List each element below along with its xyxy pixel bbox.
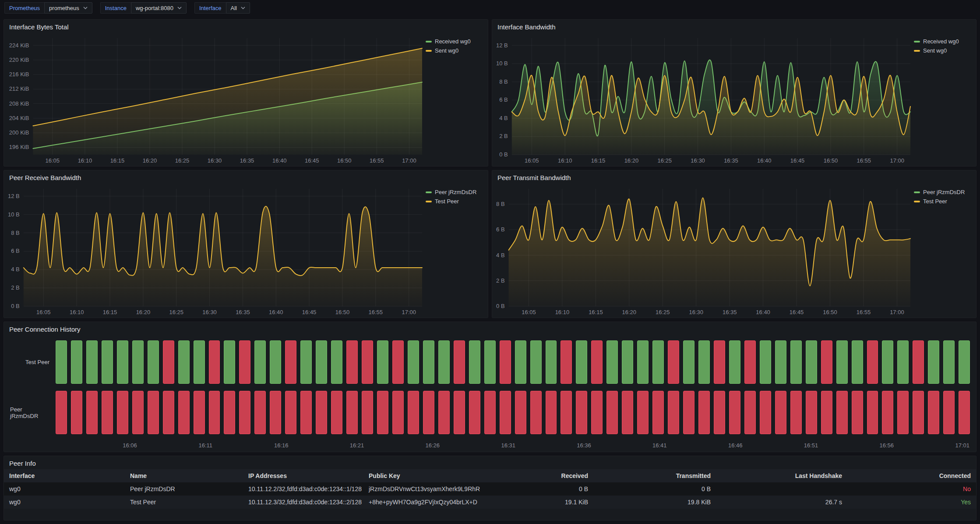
state-bar-disconnected[interactable] [867, 391, 878, 434]
state-bar-disconnected[interactable] [362, 340, 373, 384]
state-bar-disconnected[interactable] [331, 391, 342, 434]
state-bar-connected[interactable] [652, 340, 664, 384]
state-bar-disconnected[interactable] [913, 391, 924, 434]
state-bar-connected[interactable] [102, 340, 113, 384]
column-header[interactable]: IP Addresses [243, 469, 363, 482]
state-bar-disconnected[interactable] [71, 391, 82, 434]
state-bar-disconnected[interactable] [515, 391, 526, 434]
legend-item[interactable]: Received wg0 [426, 38, 484, 45]
state-bar-disconnected[interactable] [209, 340, 220, 384]
state-bar-disconnected[interactable] [392, 391, 404, 434]
state-bar-disconnected[interactable] [117, 391, 128, 434]
state-bar-disconnected[interactable] [254, 391, 266, 434]
state-bar-disconnected[interactable] [194, 391, 205, 434]
panel-header[interactable]: Interface Bytes Total [4, 20, 488, 33]
state-bar-disconnected[interactable] [591, 391, 603, 434]
state-bar-disconnected[interactable] [224, 391, 235, 434]
state-bar-disconnected[interactable] [606, 391, 618, 434]
state-bar-disconnected[interactable] [821, 391, 832, 434]
state-bar-connected[interactable] [622, 340, 633, 384]
panel-header[interactable]: Peer Connection History [4, 322, 976, 335]
state-bar-disconnected[interactable] [698, 391, 710, 434]
variable-select-prometheus[interactable]: prometheus [44, 2, 92, 14]
peer-receive-bandwidth-chart[interactable]: 0 B2 B4 B6 B8 B10 B12 B16:0516:1016:1516… [4, 184, 426, 318]
state-bar-connected[interactable] [698, 340, 710, 384]
peer-connection-history-timeline[interactable]: Test PeerPeer jRzmDsDR16:0616:1116:1616:… [4, 335, 976, 452]
legend-item[interactable]: Peer jRzmDsDR [426, 189, 484, 195]
state-bar-connected[interactable] [178, 340, 190, 384]
state-bar-disconnected[interactable] [775, 391, 786, 434]
state-bar-connected[interactable] [576, 340, 587, 384]
state-bar-connected[interactable] [71, 340, 82, 384]
state-bar-disconnected[interactable] [622, 391, 633, 434]
table-row[interactable]: wg0Test Peer10.11.12.3/32,fdfd:d3ad:c0de… [4, 496, 976, 509]
state-bar-disconnected[interactable] [500, 340, 511, 384]
state-bar-disconnected[interactable] [454, 391, 465, 434]
state-bar-disconnected[interactable] [790, 391, 802, 434]
state-bar-disconnected[interactable] [408, 391, 419, 434]
column-header[interactable]: Connected [847, 469, 976, 482]
state-bar-connected[interactable] [760, 340, 771, 384]
state-bar-disconnected[interactable] [56, 391, 67, 434]
state-bar-disconnected[interactable] [346, 340, 358, 384]
table-row[interactable]: wg0Peer jRzmDsDR10.11.12.2/32,fdfd:d3ad:… [4, 482, 976, 496]
state-bar-connected[interactable] [423, 340, 434, 384]
panel-header[interactable]: Peer Transmit Bandwidth [492, 170, 976, 184]
state-bar-connected[interactable] [683, 340, 694, 384]
state-bar-disconnected[interactable] [377, 391, 388, 434]
state-bar-disconnected[interactable] [102, 391, 113, 434]
state-bar-disconnected[interactable] [392, 340, 404, 384]
state-bar-disconnected[interactable] [714, 340, 725, 384]
state-bar-disconnected[interactable] [591, 340, 603, 384]
legend-item[interactable]: Sent wg0 [426, 47, 484, 54]
state-bar-disconnected[interactable] [729, 391, 740, 434]
state-bar-connected[interactable] [132, 340, 144, 384]
legend-item[interactable]: Sent wg0 [914, 47, 973, 54]
state-bar-disconnected[interactable] [744, 391, 756, 434]
state-bar-disconnected[interactable] [178, 391, 190, 434]
state-bar-disconnected[interactable] [469, 391, 480, 434]
state-bar-connected[interactable] [484, 340, 496, 384]
state-bar-disconnected[interactable] [346, 391, 358, 434]
variable-select-instance[interactable]: wg-portal:8080 [131, 2, 187, 14]
state-bar-disconnected[interactable] [882, 391, 893, 434]
state-bar-disconnected[interactable] [300, 391, 312, 434]
state-bar-disconnected[interactable] [163, 391, 174, 434]
state-bar-connected[interactable] [515, 340, 526, 384]
state-bar-connected[interactable] [836, 340, 848, 384]
state-bar-disconnected[interactable] [530, 391, 542, 434]
state-bar-connected[interactable] [928, 340, 939, 384]
state-bar-disconnected[interactable] [852, 391, 863, 434]
state-bar-connected[interactable] [194, 340, 205, 384]
state-bar-disconnected[interactable] [943, 391, 955, 434]
state-bar-disconnected[interactable] [438, 391, 450, 434]
state-bar-connected[interactable] [148, 340, 159, 384]
state-bar-disconnected[interactable] [561, 340, 572, 384]
state-bar-connected[interactable] [117, 340, 128, 384]
state-bar-disconnected[interactable] [209, 391, 220, 434]
state-bar-disconnected[interactable] [454, 340, 465, 384]
state-bar-connected[interactable] [729, 340, 740, 384]
state-bar-disconnected[interactable] [86, 391, 98, 434]
column-header[interactable]: Name [125, 469, 243, 482]
state-bar-disconnected[interactable] [668, 391, 679, 434]
state-bar-disconnected[interactable] [270, 391, 281, 434]
state-bar-connected[interactable] [377, 340, 388, 384]
state-bar-connected[interactable] [254, 340, 266, 384]
state-bar-connected[interactable] [775, 340, 786, 384]
state-bar-connected[interactable] [606, 340, 618, 384]
state-bar-connected[interactable] [56, 340, 67, 384]
legend-item[interactable]: Received wg0 [914, 38, 973, 45]
interface-bytes-total-chart[interactable]: 196 KiB200 KiB204 KiB208 KiB212 KiB216 K… [4, 33, 426, 166]
state-bar-connected[interactable] [943, 340, 955, 384]
interface-bandwidth-chart[interactable]: 0 B2 B4 B6 B8 B10 B12 B16:0516:1016:1516… [492, 33, 914, 166]
state-bar-connected[interactable] [852, 340, 863, 384]
state-bar-disconnected[interactable] [744, 340, 756, 384]
column-header[interactable]: Interface [4, 469, 125, 482]
state-bar-connected[interactable] [331, 340, 342, 384]
state-bar-disconnected[interactable] [806, 391, 817, 434]
state-bar-disconnected[interactable] [316, 391, 327, 434]
state-bar-disconnected[interactable] [285, 391, 296, 434]
panel-header[interactable]: Interface Bandwidth [492, 20, 976, 33]
peer-transmit-bandwidth-chart[interactable]: 0 B2 B4 B6 B8 B16:0516:1016:1516:2016:25… [492, 184, 914, 318]
